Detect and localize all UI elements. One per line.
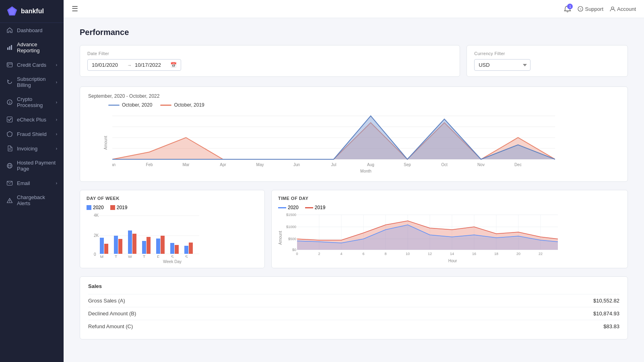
tod-legend-blue-line: [278, 207, 286, 208]
svg-rect-5: [7, 63, 12, 67]
gross-sales-row: Gross Sales (A) $10,552.82: [88, 294, 619, 307]
home-icon: [6, 27, 13, 33]
menu-toggle-button[interactable]: ☰: [72, 4, 78, 13]
dow-legend-red: [110, 205, 115, 210]
date-range-input[interactable]: → 📅: [87, 59, 181, 71]
date-arrow-icon: →: [127, 63, 132, 68]
date-filter-box: Date Filter → 📅: [80, 45, 460, 77]
calendar-icon[interactable]: 📅: [170, 62, 177, 68]
sidebar-item-hosted-payment-page[interactable]: Hosted Payment Page: [0, 156, 64, 176]
bar-s1-2020: [170, 243, 174, 254]
main-content: ☰ 1 ? Support Account Performance: [64, 0, 644, 362]
check-square-icon: [6, 116, 13, 123]
sidebar-item-crypto-processing-label: Crypto Processing: [17, 96, 52, 108]
main-line-chart-svg: $4000 $3000 $2000 $1000 $0 Jan Feb Mar A: [112, 112, 555, 168]
support-button[interactable]: ? Support: [578, 6, 603, 12]
chevron-right-icon7: ›: [56, 181, 57, 185]
dow-legend-2019: 2019: [110, 205, 128, 210]
refund-amount-label: Refund Amount (C): [88, 323, 133, 329]
svg-text:8: 8: [384, 252, 386, 256]
sidebar-item-advance-reporting[interactable]: Advance Reporting: [0, 37, 64, 58]
page-content: Performance Date Filter → 📅 Currency Fil…: [64, 18, 644, 349]
sidebar: bankful Dashboard Advance Reporting Cred…: [0, 0, 64, 362]
refresh-icon: [6, 79, 13, 85]
svg-text:Apr: Apr: [220, 162, 226, 167]
sidebar-item-email[interactable]: Email ›: [0, 176, 64, 190]
topbar: ☰ 1 ? Support Account: [64, 0, 644, 18]
sidebar-item-subscription-billing[interactable]: Subscription Billing ›: [0, 72, 64, 92]
sidebar-item-chargeback-alerts[interactable]: Chargeback Alerts: [0, 190, 64, 210]
legend-item-2020: October, 2020: [108, 102, 152, 108]
sidebar-item-invoicing[interactable]: Invoicing ›: [0, 141, 64, 156]
sidebar-item-fraud-shield[interactable]: Fraud Shield ›: [0, 127, 64, 141]
svg-text:Jun: Jun: [293, 162, 300, 167]
time-of-day-section: TIME OF DAY 2020 2019 Amount: [271, 190, 628, 268]
bar-s2-2019: [189, 243, 193, 254]
svg-text:?: ?: [580, 8, 582, 11]
credit-card-icon: [6, 62, 13, 68]
sidebar-item-crypto-processing[interactable]: ₿ Crypto Processing ›: [0, 92, 64, 112]
topbar-left: ☰: [72, 4, 78, 13]
sales-section: Sales Gross Sales (A) $10,552.82 Decline…: [80, 276, 628, 339]
tod-legend-red-line: [305, 207, 313, 208]
sidebar-item-dashboard[interactable]: Dashboard: [0, 23, 64, 37]
svg-text:Mar: Mar: [182, 162, 190, 167]
mail-icon: [6, 180, 13, 186]
svg-rect-4: [11, 45, 12, 50]
svg-point-18: [9, 202, 10, 202]
svg-text:May: May: [256, 162, 264, 167]
chevron-right-icon5: ›: [56, 132, 57, 136]
date-to-input[interactable]: [135, 62, 167, 68]
svg-text:10: 10: [406, 252, 410, 256]
account-button[interactable]: Account: [610, 6, 636, 12]
chevron-right-icon: ›: [56, 63, 57, 67]
shield-icon: [6, 131, 13, 137]
account-label: Account: [617, 6, 636, 12]
legend-item-2019: October, 2019: [160, 102, 204, 108]
chevron-right-icon6: ›: [56, 146, 57, 151]
tod-chart-svg: $1500 $1000 $500 $0: [284, 213, 558, 257]
svg-text:6: 6: [362, 252, 364, 256]
tod-chart-inner: $1500 $1000 $500 $0: [284, 213, 621, 263]
bar-m-2020: [100, 238, 104, 254]
refund-amount-row: Refund Amount (C) $83.83: [88, 320, 619, 333]
svg-text:F: F: [157, 255, 159, 258]
bar-f-2020: [156, 239, 160, 254]
support-label: Support: [585, 6, 603, 12]
x-axis-label: Month: [112, 169, 619, 173]
svg-text:Aug: Aug: [367, 162, 374, 167]
sidebar-item-echeck-plus[interactable]: eCheck Plus ›: [0, 112, 64, 127]
logo: bankful: [0, 0, 64, 23]
legend-line-blue: [108, 105, 120, 106]
sidebar-item-advance-reporting-label: Advance Reporting: [17, 41, 57, 53]
bar-t2-2019: [147, 237, 151, 254]
dow-legend-2019-label: 2019: [117, 205, 128, 210]
chevron-right-icon3: ›: [56, 100, 57, 105]
svg-text:12: 12: [428, 252, 432, 256]
topbar-right: 1 ? Support Account: [564, 5, 636, 12]
notifications-button[interactable]: 1: [564, 5, 571, 12]
tod-chart-wrap: Amount $1500 $1000 $500 $0: [278, 213, 621, 263]
svg-text:Jan: Jan: [112, 162, 116, 167]
dow-x-label: Week Day: [87, 259, 258, 264]
svg-text:0: 0: [296, 252, 298, 256]
svg-point-21: [611, 7, 614, 9]
svg-text:14: 14: [450, 252, 454, 256]
bar-s2-2020: [184, 246, 188, 254]
bar-t1-2020: [114, 236, 118, 254]
svg-text:2: 2: [318, 252, 320, 256]
refund-amount-value: $83.83: [603, 323, 619, 329]
currency-select[interactable]: USD EUR GBP: [474, 59, 530, 71]
notification-badge: 1: [567, 4, 573, 9]
date-from-input[interactable]: [92, 62, 124, 68]
sidebar-item-dashboard-label: Dashboard: [17, 27, 43, 33]
svg-text:Oct: Oct: [441, 162, 448, 167]
dow-legend-2020: 2020: [87, 205, 104, 210]
sidebar-item-credit-cards[interactable]: Credit Cards ›: [0, 58, 64, 72]
bar-f-2019: [161, 236, 165, 254]
tod-x-label: Hour: [284, 259, 621, 263]
bar-m-2019: [104, 244, 108, 254]
svg-text:20: 20: [516, 252, 520, 256]
sales-title: Sales: [88, 283, 619, 289]
gross-sales-amount: $10,552.82: [593, 298, 619, 304]
